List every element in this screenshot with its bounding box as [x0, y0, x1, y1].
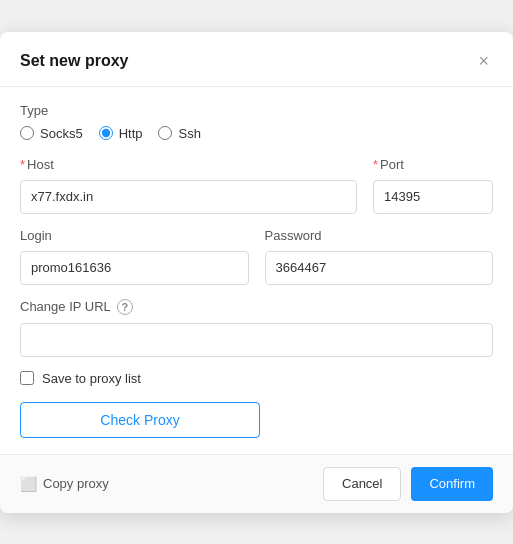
password-group: Password — [265, 228, 494, 285]
copy-proxy-button[interactable]: ⬜ Copy proxy — [20, 476, 109, 492]
confirm-button[interactable]: Confirm — [411, 467, 493, 501]
port-required-star: * — [373, 157, 378, 172]
radio-socks5-input[interactable] — [20, 126, 34, 140]
save-proxy-row: Save to proxy list — [20, 371, 493, 386]
check-proxy-button[interactable]: Check Proxy — [20, 402, 260, 438]
port-group: *Port — [373, 157, 493, 214]
login-password-row: Login Password — [20, 228, 493, 299]
host-group: *Host — [20, 157, 357, 214]
radio-http[interactable]: Http — [99, 126, 143, 141]
port-input[interactable] — [373, 180, 493, 214]
help-icon[interactable]: ? — [117, 299, 133, 315]
radio-socks5-label: Socks5 — [40, 126, 83, 141]
host-port-row: *Host *Port — [20, 157, 493, 228]
password-label: Password — [265, 228, 494, 243]
host-label: *Host — [20, 157, 357, 172]
change-ip-group: Change IP URL ? — [20, 299, 493, 357]
login-input[interactable] — [20, 251, 249, 285]
password-input[interactable] — [265, 251, 494, 285]
save-proxy-label[interactable]: Save to proxy list — [42, 371, 141, 386]
port-label: *Port — [373, 157, 493, 172]
dialog-body: Type Socks5 Http Ssh *Host — [0, 87, 513, 454]
type-radio-group: Socks5 Http Ssh — [20, 126, 493, 141]
copy-proxy-label: Copy proxy — [43, 476, 109, 491]
radio-http-label: Http — [119, 126, 143, 141]
dialog-footer: ⬜ Copy proxy Cancel Confirm — [0, 454, 513, 513]
change-ip-label-row: Change IP URL ? — [20, 299, 493, 315]
proxy-dialog: Set new proxy × Type Socks5 Http Ssh — [0, 32, 513, 513]
dialog-header: Set new proxy × — [0, 32, 513, 87]
change-ip-label-text: Change IP URL — [20, 299, 111, 314]
host-required-star: * — [20, 157, 25, 172]
close-button[interactable]: × — [474, 50, 493, 72]
type-label: Type — [20, 103, 493, 118]
cancel-button[interactable]: Cancel — [323, 467, 401, 501]
radio-ssh-label: Ssh — [178, 126, 200, 141]
host-input[interactable] — [20, 180, 357, 214]
radio-ssh-input[interactable] — [158, 126, 172, 140]
login-group: Login — [20, 228, 249, 285]
change-ip-input[interactable] — [20, 323, 493, 357]
radio-ssh[interactable]: Ssh — [158, 126, 200, 141]
copy-icon: ⬜ — [20, 476, 37, 492]
dialog-title: Set new proxy — [20, 52, 128, 70]
radio-http-input[interactable] — [99, 126, 113, 140]
save-proxy-checkbox[interactable] — [20, 371, 34, 385]
footer-actions: Cancel Confirm — [323, 467, 493, 501]
radio-socks5[interactable]: Socks5 — [20, 126, 83, 141]
login-label: Login — [20, 228, 249, 243]
